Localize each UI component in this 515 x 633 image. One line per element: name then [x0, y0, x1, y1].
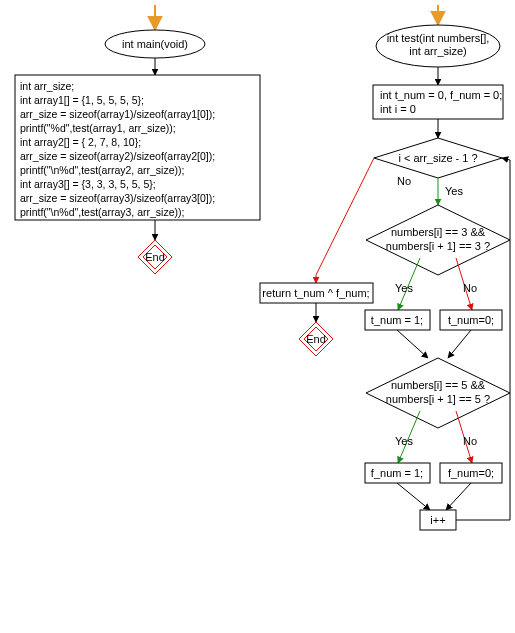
test-end-label: End — [306, 333, 326, 345]
cond1-no-label: No — [397, 175, 411, 187]
test-start-l2: int arr_size) — [409, 45, 466, 57]
test-flow: int test(int numbers[], int arr_size) in… — [260, 5, 510, 530]
main-code-line: arr_size = sizeof(array3)/sizeof(array3[… — [20, 192, 215, 204]
fnum-no-label: f_num=0; — [448, 467, 494, 479]
svg-line-14 — [397, 330, 428, 358]
test-cond2-l1: numbers[i] == 3 && — [391, 226, 486, 238]
test-start-l1: int test(int numbers[], — [387, 32, 490, 44]
main-code-line: arr_size = sizeof(array1)/sizeof(array1[… — [20, 108, 215, 120]
inc-label: i++ — [430, 514, 445, 526]
tnum-yes-label: t_num = 1; — [371, 314, 423, 326]
svg-line-15 — [448, 330, 471, 358]
test-return-label: return t_num ^ f_num; — [262, 287, 369, 299]
main-code-line: printf("%d",test(array1, arr_size)); — [20, 122, 176, 134]
test-init-l1: int t_num = 0, f_num = 0; — [380, 89, 502, 101]
cond3-no-label: No — [463, 435, 477, 447]
cond2-yes-label: Yes — [395, 282, 413, 294]
main-end-node: End — [138, 240, 172, 274]
svg-line-18 — [397, 483, 430, 510]
cond3-yes-label: Yes — [395, 435, 413, 447]
tnum-no-label: t_num=0; — [448, 314, 494, 326]
cond2-no-label: No — [463, 282, 477, 294]
main-code-line: printf("\n%d",test(array3, arr_size)); — [20, 206, 184, 218]
test-cond1-label: i < arr_size - 1 ? — [398, 152, 477, 164]
main-code-line: int array2[] = { 2, 7, 8, 10}; — [20, 136, 141, 148]
fnum-yes-label: f_num = 1; — [371, 467, 423, 479]
test-cond3-l1: numbers[i] == 5 && — [391, 379, 486, 391]
test-cond3-l2: numbers[i + 1] == 5 ? — [386, 393, 490, 405]
main-code-line: int array1[] = {1, 5, 5, 5, 5}; — [20, 94, 144, 106]
main-code-line: printf("\n%d",test(array2, arr_size)); — [20, 164, 184, 176]
test-init-l2: int i = 0 — [380, 103, 416, 115]
cond1-yes-label: Yes — [445, 185, 463, 197]
main-start-label: int main(void) — [122, 38, 188, 50]
svg-line-19 — [446, 483, 471, 510]
test-end-node: End — [299, 322, 333, 356]
main-flow: int main(void) int arr_size;int array1[]… — [15, 5, 260, 274]
test-cond2-l2: numbers[i + 1] == 3 ? — [386, 240, 490, 252]
main-code-line: arr_size = sizeof(array2)/sizeof(array2[… — [20, 150, 215, 162]
main-end-label: End — [145, 251, 165, 263]
main-code-line: int arr_size; — [20, 80, 74, 92]
main-code-line: int array3[] = {3, 3, 3, 5, 5, 5}; — [20, 178, 156, 190]
flowchart-canvas: int main(void) int arr_size;int array1[]… — [0, 0, 515, 633]
